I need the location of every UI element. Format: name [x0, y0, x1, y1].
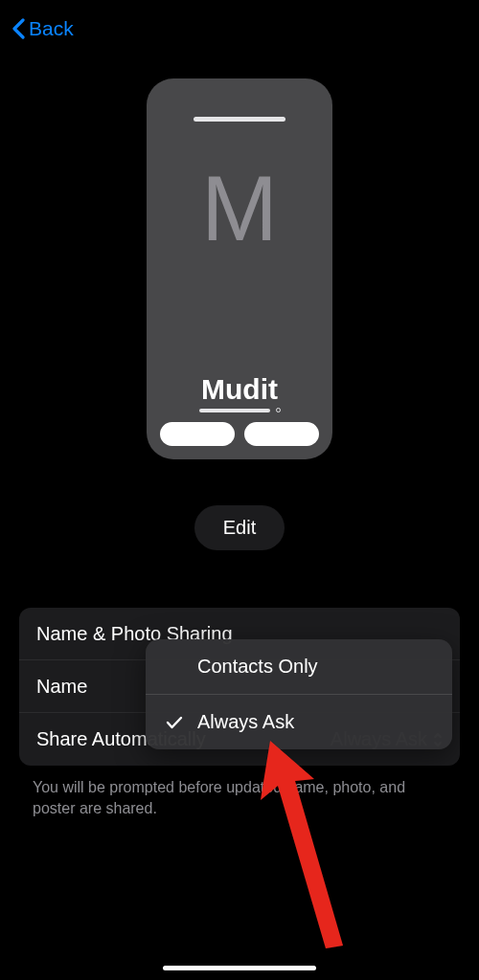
edit-row: Edit — [0, 505, 479, 550]
chevron-left-icon — [11, 18, 25, 39]
option-contacts-only[interactable]: Contacts Only — [146, 639, 452, 695]
card-preview-container: M Mudit — [0, 78, 479, 459]
name-label: Name — [36, 676, 87, 698]
back-button[interactable]: Back — [11, 17, 74, 40]
nav-bar: Back — [0, 0, 479, 57]
card-top-handle — [194, 117, 285, 122]
card-bottom-pills — [160, 422, 319, 446]
share-options-popover: Contacts Only Always Ask — [146, 639, 452, 749]
card-underline — [199, 408, 281, 412]
footer-text: You will be prompted before updated name… — [33, 777, 446, 818]
arrow-annotation-icon — [249, 733, 354, 953]
option-contacts-only-label: Contacts Only — [197, 656, 318, 678]
card-name: Mudit — [201, 373, 278, 406]
contact-card-preview[interactable]: M Mudit — [147, 78, 332, 459]
edit-button[interactable]: Edit — [194, 505, 285, 550]
option-always-ask[interactable]: Always Ask — [146, 695, 452, 749]
option-always-ask-label: Always Ask — [197, 711, 294, 733]
avatar-initial: M — [201, 156, 278, 261]
back-label: Back — [29, 17, 74, 40]
checkmark-icon — [165, 716, 184, 729]
home-indicator[interactable] — [163, 966, 316, 970]
